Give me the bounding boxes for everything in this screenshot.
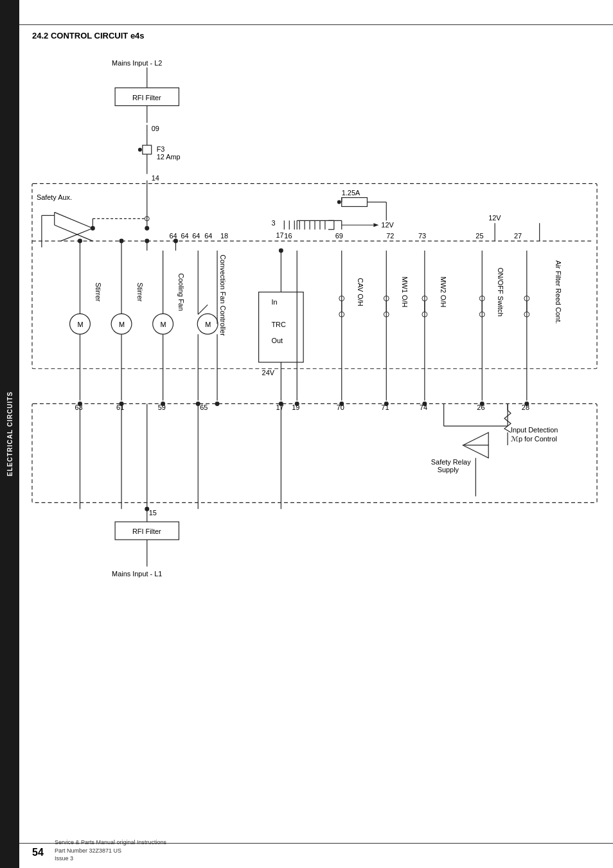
stirrer1-m: M (77, 321, 83, 328)
node-09: 09 (152, 125, 159, 132)
cav-oh-label: CAV O/H (357, 278, 364, 306)
cap-bank-left: 3 (271, 219, 275, 227)
n65: 65 (200, 403, 208, 411)
svg-point-18 (91, 226, 95, 231)
n25: 25 (475, 232, 483, 240)
n18: 18 (220, 232, 228, 240)
svg-point-9 (145, 226, 149, 231)
svg-point-48 (120, 239, 124, 244)
onoff-label: ON/OFF Switch (497, 267, 504, 316)
svg-point-76 (279, 249, 283, 253)
n72: 72 (386, 232, 394, 240)
circuit-diagram: text { font-family: Arial, sans-serif; f… (29, 48, 603, 836)
n69: 69 (335, 232, 343, 240)
v125a-label: 1.25A (342, 189, 360, 197)
trc-out: Out (271, 337, 283, 344)
input-detection-label: Input Detection (511, 426, 558, 434)
trc-in: In (271, 298, 277, 306)
page-title: 24.2 CONTROL CIRCUIT e4s (32, 31, 145, 40)
airfilter-label: Air Filter Reed Cont. (555, 260, 562, 324)
hp-symbol: ℳp for Control (511, 435, 557, 443)
n64a: 64 (170, 232, 177, 240)
main-content: 24.2 CONTROL CIRCUIT e4s text { font-fam… (19, 0, 613, 868)
cooling-label: Cooling Fan (177, 273, 185, 311)
svg-rect-4 (143, 145, 152, 154)
cooling-m: M (161, 321, 166, 328)
svg-line-68 (198, 305, 208, 314)
f3-label: F3 (157, 145, 165, 153)
svg-point-50 (145, 239, 149, 244)
svg-line-11 (55, 225, 93, 241)
mains-l1-label: Mains Input - L1 (112, 570, 162, 578)
mw1-oh-label: MW1 O/H (401, 277, 409, 308)
safety-aux-label: Safety Aux. (37, 193, 72, 201)
n73: 73 (418, 232, 426, 240)
n16: 16 (284, 232, 292, 240)
svg-rect-106 (32, 403, 597, 502)
stirrer2-label: Stirrer (136, 283, 144, 302)
svg-marker-41 (373, 223, 378, 227)
footer: Service & Parts Manual original Instruct… (55, 838, 166, 863)
n27: 27 (514, 232, 522, 240)
sidebar: ELECTRICAL CIRCUITS (0, 0, 19, 868)
svg-line-10 (55, 212, 93, 228)
stirrer2-m: M (119, 321, 125, 328)
conv-label: Convection Fan Controller (219, 254, 227, 336)
svg-point-21 (337, 200, 341, 204)
rfi-filter-bottom-label: RFI Filter (132, 527, 161, 535)
n15: 15 (149, 509, 157, 517)
n17top: 17 (276, 231, 283, 239)
mains-l2-label: Mains Input - L2 (112, 59, 162, 67)
stirrer1-label: Stirrer (94, 283, 102, 302)
top-border (19, 24, 613, 25)
svg-rect-7 (32, 184, 597, 369)
page-number: 54 (32, 847, 44, 858)
12v-label-2: 12V (488, 214, 501, 222)
conv-m: M (205, 321, 211, 328)
safety-relay-supply: Supply (438, 466, 459, 474)
svg-rect-20 (342, 198, 368, 207)
sidebar-label: ELECTRICAL CIRCUITS (6, 391, 13, 476)
n64d: 64 (204, 232, 212, 240)
n64b: 64 (181, 232, 188, 240)
f3-rating: 12 Amp (157, 153, 181, 161)
node-14: 14 (152, 174, 159, 182)
safety-relay-label: Safety Relay (431, 458, 471, 466)
12v-label-1: 12V (381, 221, 394, 229)
mw2-oh-label: MW2 O/H (440, 277, 447, 308)
svg-point-5 (138, 148, 142, 152)
circuit-svg: text { font-family: Arial, sans-serif; f… (29, 48, 603, 836)
n64c: 64 (192, 232, 200, 240)
svg-point-46 (78, 239, 82, 244)
trc-label: TRC (271, 321, 286, 328)
rfi-filter-top-label: RFI Filter (132, 94, 161, 102)
trc-24v: 24V (262, 369, 275, 376)
